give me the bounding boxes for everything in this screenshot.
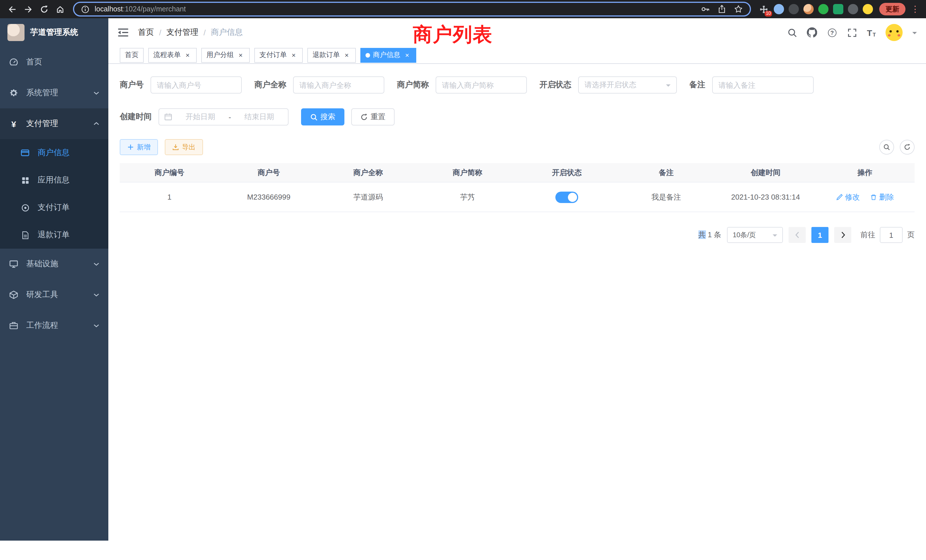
tab-merchant-info[interactable]: 商户信息× [360,48,416,62]
header-actions: ? TT [787,24,917,41]
github-icon[interactable] [807,27,817,38]
address-bar[interactable]: localhost:1024/pay/merchant [73,2,751,17]
extensions-button[interactable]: 10 [758,3,769,15]
next-page-button[interactable] [834,227,851,243]
extension-icon-dark-circle[interactable] [788,4,799,14]
add-button[interactable]: 新增 [120,139,158,155]
tab-pay-order[interactable]: 支付订单× [254,48,303,62]
pay-order-icon [21,203,30,212]
breadcrumb: 首页 / 支付管理 / 商户信息 [138,27,243,38]
prev-page-button[interactable] [788,227,806,243]
cell-merchant-id: 1 [120,193,219,201]
cell-full-name: 芋道源码 [318,192,418,202]
sidebar-item-system[interactable]: 系统管理 [0,77,108,108]
help-icon[interactable]: ? [827,27,837,38]
extension-icon-knot[interactable] [848,4,858,14]
search-icon[interactable] [787,27,797,38]
star-icon[interactable] [734,5,743,14]
dashboard-icon [9,58,18,67]
browser-back-button[interactable] [5,2,20,17]
refresh-table-button[interactable] [900,140,915,154]
fullscreen-icon[interactable] [847,27,857,38]
breadcrumb-home[interactable]: 首页 [138,27,154,38]
total-prefix: 共 [698,230,706,239]
export-button[interactable]: 导出 [165,139,203,155]
sidebar-item-home[interactable]: 首页 [0,47,108,77]
close-icon[interactable]: × [403,51,411,59]
download-icon [172,144,179,151]
question-icon: ? [828,28,837,37]
remark-input[interactable] [712,76,814,94]
sidebar-item-infrastructure[interactable]: 基础设施 [0,249,108,279]
tab-process-form[interactable]: 流程表单× [148,48,197,62]
page-size-select[interactable]: 10条/页 [727,227,783,243]
hamburger-icon[interactable] [118,27,129,38]
cell-short-name: 芋艿 [418,192,517,202]
extension-icon-drop[interactable] [774,4,784,14]
delete-link[interactable]: 删除 [870,192,894,202]
payment-submenu: 商户信息 应用信息 支付订单 [0,139,108,249]
edit-link[interactable]: 修改 [836,192,860,202]
avatar-caret-icon[interactable] [912,32,917,36]
sidebar-item-label: 工作流程 [26,321,58,331]
status-toggle[interactable] [555,191,578,203]
date-range-picker[interactable]: 开始日期 - 结束日期 [159,108,289,126]
browser-home-button[interactable] [53,2,67,17]
browser-forward-button[interactable] [21,2,35,17]
font-size-icon[interactable]: TT [867,28,876,37]
logo-image [8,24,24,41]
tab-user-group[interactable]: 用户分组× [201,48,250,62]
browser-reload-button[interactable] [36,2,51,17]
tab-label: 支付订单 [259,50,287,60]
sidebar-item-merchant-info[interactable]: 商户信息 [0,139,108,166]
share-icon[interactable] [717,5,726,14]
chevron-down-icon [94,292,99,297]
chevron-down-icon [666,84,670,89]
breadcrumb-payment[interactable]: 支付管理 [166,27,198,38]
column-header: 商户号 [219,167,319,178]
full-name-input[interactable] [293,76,384,94]
key-icon[interactable] [701,5,710,14]
status-select[interactable]: 请选择开启状态 [578,76,677,94]
sidebar-item-refund-order[interactable]: 退款订单 [0,221,108,249]
extension-icon-avatar[interactable] [803,4,814,14]
extension-icon-green-circle[interactable] [818,4,829,14]
extension-icon-emoji[interactable] [863,4,873,14]
close-icon[interactable]: × [343,51,351,59]
goto-page-input[interactable] [880,227,903,243]
user-avatar[interactable] [885,24,903,41]
tab-refund-order[interactable]: 退款订单× [307,48,356,62]
extension-icon-green-square[interactable] [833,4,843,14]
merchant-no-input[interactable] [151,76,242,94]
chevron-left-icon [794,232,800,238]
screen: localhost:1024/pay/merchant 10 更新 ⋮ [0,0,926,560]
total-suffix: 条 [714,230,721,239]
sidebar-item-app-info[interactable]: 应用信息 [0,166,108,194]
short-name-input[interactable] [436,76,527,94]
browser-menu-icon[interactable]: ⋮ [910,4,920,14]
search-button[interactable]: 搜索 [301,108,344,126]
page-number-button[interactable]: 1 [811,227,829,243]
tab-label: 退款订单 [312,50,340,60]
close-icon[interactable]: × [184,51,192,59]
logo[interactable]: 芋道管理系统 [0,18,108,47]
reset-button[interactable]: 重置 [351,108,395,126]
sidebar-item-pay-order[interactable]: 支付订单 [0,194,108,221]
sidebar-item-label: 研发工具 [26,290,58,300]
close-icon[interactable]: × [237,51,245,59]
app-header: 首页 / 支付管理 / 商户信息 商户列表 ? [108,18,926,47]
sidebar-item-payment[interactable]: ¥ 支付管理 [0,108,108,139]
sidebar-item-label: 应用信息 [38,175,70,185]
sidebar-item-devtools[interactable]: 研发工具 [0,279,108,310]
url-path: :1024/pay/merchant [123,5,186,13]
tab-home[interactable]: 首页 [120,48,144,62]
sidebar-item-workflow[interactable]: 工作流程 [0,310,108,341]
field-label: 商户简称 [397,80,429,90]
browser-update-button[interactable]: 更新 [879,3,905,15]
total-count: 1 [708,230,712,239]
close-icon[interactable]: × [290,51,298,59]
toggle-search-button[interactable] [879,140,894,154]
goto-label: 前往 [861,230,875,240]
chevron-up-icon [94,121,99,126]
bottom-strip [0,540,926,560]
